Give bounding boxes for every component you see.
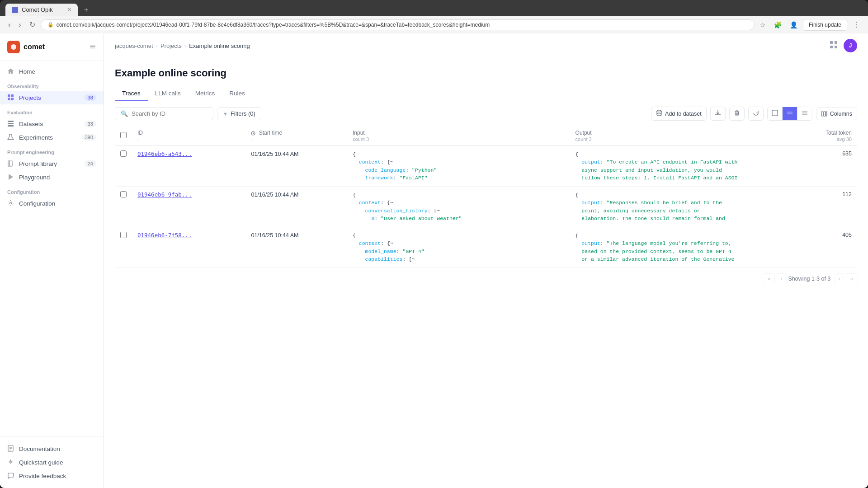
quickstart-label: Quickstart guide bbox=[19, 459, 63, 466]
refresh-button[interactable] bbox=[748, 107, 764, 121]
svg-rect-22 bbox=[835, 46, 837, 48]
extensions-button[interactable]: 🧩 bbox=[771, 19, 784, 30]
sidebar-item-documentation[interactable]: Documentation bbox=[0, 442, 104, 455]
breadcrumb-projects[interactable]: Projects bbox=[160, 42, 182, 49]
add-to-dataset-label: Add to dataset bbox=[665, 111, 702, 117]
tab-llm-calls[interactable]: LLM calls bbox=[148, 86, 188, 101]
breadcrumb-workspace[interactable]: jacques-comet bbox=[115, 42, 153, 49]
page-next-button[interactable]: › bbox=[834, 273, 844, 284]
col-tokens-label: Total token bbox=[826, 130, 852, 136]
row-3-start-time: 01/16/25 10:44 AM bbox=[251, 232, 298, 239]
tab-traces[interactable]: Traces bbox=[115, 86, 148, 101]
page-title: Example online scoring bbox=[115, 67, 857, 79]
sidebar-item-projects[interactable]: Projects 38 bbox=[0, 91, 104, 104]
toolbar: 🔍 ▼ Filters (0) Add to dataset bbox=[115, 101, 857, 126]
page-info: Showing 1-3 of 3 bbox=[788, 276, 831, 282]
sidebar-collapse-button[interactable] bbox=[89, 43, 96, 52]
row-1-checkbox[interactable] bbox=[120, 150, 127, 157]
pagination: « ‹ Showing 1-3 of 3 › » bbox=[115, 268, 857, 290]
flask-icon bbox=[7, 134, 14, 141]
svg-rect-4 bbox=[8, 94, 10, 97]
page-prev-button[interactable]: ‹ bbox=[777, 273, 787, 284]
col-start-time-label: Start time bbox=[251, 130, 342, 136]
reload-button[interactable]: ↻ bbox=[27, 19, 38, 31]
row-2-id[interactable]: 01946eb6-9fab... bbox=[137, 191, 192, 198]
table-row: 01946eb6-a543... 01/16/25 10:44 AM { con… bbox=[115, 146, 857, 187]
search-box[interactable]: 🔍 bbox=[115, 107, 213, 120]
bookmark-button[interactable]: ☆ bbox=[757, 19, 769, 30]
download-button[interactable] bbox=[710, 107, 726, 121]
sidebar-item-prompt-library[interactable]: Prompt library 24 bbox=[0, 157, 104, 170]
row-2-checkbox[interactable] bbox=[120, 191, 127, 197]
view-list-button[interactable] bbox=[797, 107, 812, 120]
view-table-button[interactable] bbox=[783, 107, 797, 120]
filters-button[interactable]: ▼ Filters (0) bbox=[217, 107, 261, 120]
profile-button[interactable]: 👤 bbox=[787, 19, 800, 30]
svg-rect-5 bbox=[11, 94, 14, 97]
svg-rect-24 bbox=[772, 110, 778, 116]
sidebar-item-configuration[interactable]: Configuration bbox=[0, 197, 104, 210]
columns-label: Columns bbox=[830, 111, 852, 117]
new-tab-button[interactable]: + bbox=[81, 6, 91, 14]
svg-rect-31 bbox=[821, 112, 823, 116]
sidebar-item-playground[interactable]: Playground bbox=[0, 170, 104, 184]
play-icon bbox=[7, 174, 14, 181]
col-output-label: Output bbox=[576, 130, 788, 136]
sidebar-item-home-label: Home bbox=[19, 68, 35, 75]
tab-metrics[interactable]: Metrics bbox=[188, 86, 222, 101]
delete-button[interactable] bbox=[729, 107, 745, 121]
columns-button[interactable]: Columns bbox=[816, 108, 857, 120]
tab-rules[interactable]: Rules bbox=[222, 86, 252, 101]
svg-rect-10 bbox=[8, 125, 14, 127]
row-3-checkbox[interactable] bbox=[120, 232, 127, 238]
svg-rect-25 bbox=[787, 110, 793, 116]
lightning-icon bbox=[7, 459, 14, 466]
more-options-button[interactable]: ⋮ bbox=[850, 19, 863, 31]
svg-point-14 bbox=[10, 202, 12, 204]
row-2-start-time: 01/16/25 10:44 AM bbox=[251, 192, 298, 198]
finish-update-button[interactable]: Finish update bbox=[803, 19, 847, 31]
grid-menu-button[interactable] bbox=[829, 40, 838, 52]
back-button[interactable]: ‹ bbox=[5, 19, 13, 31]
svg-rect-20 bbox=[835, 41, 837, 44]
col-input-sub: count 3 bbox=[353, 136, 565, 142]
page-last-button[interactable]: » bbox=[846, 273, 857, 284]
select-all-checkbox[interactable] bbox=[120, 132, 127, 138]
tab-close-icon[interactable]: ✕ bbox=[67, 7, 71, 13]
row-1-id[interactable]: 01946eb6-a543... bbox=[137, 150, 192, 157]
sidebar-item-home[interactable]: Home bbox=[0, 65, 104, 78]
url-text: comet.com/opik/jacques-comet/projects/01… bbox=[57, 22, 748, 28]
svg-rect-6 bbox=[8, 98, 10, 101]
sidebar-item-experiments[interactable]: Experiments 390 bbox=[0, 131, 104, 144]
search-input[interactable] bbox=[132, 110, 208, 117]
forward-button[interactable]: › bbox=[16, 19, 24, 31]
sidebar-item-datasets-label: Datasets bbox=[19, 121, 43, 127]
add-to-dataset-button[interactable]: Add to dataset bbox=[651, 107, 707, 121]
col-id-sub: - bbox=[137, 136, 240, 142]
data-table: ID - Start time - bbox=[115, 126, 857, 268]
sidebar-item-quickstart[interactable]: Quickstart guide bbox=[0, 455, 104, 469]
page-body: Example online scoring Traces LLM calls … bbox=[104, 58, 868, 488]
address-bar[interactable]: 🔒 comet.com/opik/jacques-comet/projects/… bbox=[41, 19, 755, 30]
sidebar-item-feedback[interactable]: Provide feedback bbox=[0, 469, 104, 483]
experiments-badge: 390 bbox=[82, 134, 96, 141]
lock-icon: 🔒 bbox=[47, 22, 54, 28]
sidebar-section-prompt-engineering: Prompt engineering bbox=[0, 144, 104, 157]
avatar[interactable]: J bbox=[844, 39, 857, 52]
svg-rect-32 bbox=[824, 112, 826, 116]
row-3-id[interactable]: 01946eb6-7f58... bbox=[137, 232, 192, 239]
page-first-button[interactable]: « bbox=[764, 273, 775, 284]
doc-icon bbox=[7, 445, 14, 452]
sidebar-logo: comet bbox=[0, 33, 104, 61]
datasets-badge: 33 bbox=[85, 121, 96, 127]
sidebar-item-datasets[interactable]: Datasets 33 bbox=[0, 117, 104, 131]
row-1-output: { output: "To create an API endpoint in … bbox=[576, 150, 788, 182]
browser-tab[interactable]: Comet Opik ✕ bbox=[5, 4, 78, 16]
sidebar-item-playground-label: Playground bbox=[19, 174, 50, 181]
home-icon bbox=[7, 68, 14, 75]
table-row: 01946eb6-9fab... 01/16/25 10:44 AM { con… bbox=[115, 187, 857, 227]
view-compact-button[interactable] bbox=[768, 107, 783, 120]
row-2-output: { output: "Responses should be brief and… bbox=[576, 191, 788, 222]
main-header: jacques-comet › Projects › Example onlin… bbox=[104, 33, 868, 58]
col-id: ID - bbox=[132, 126, 245, 146]
